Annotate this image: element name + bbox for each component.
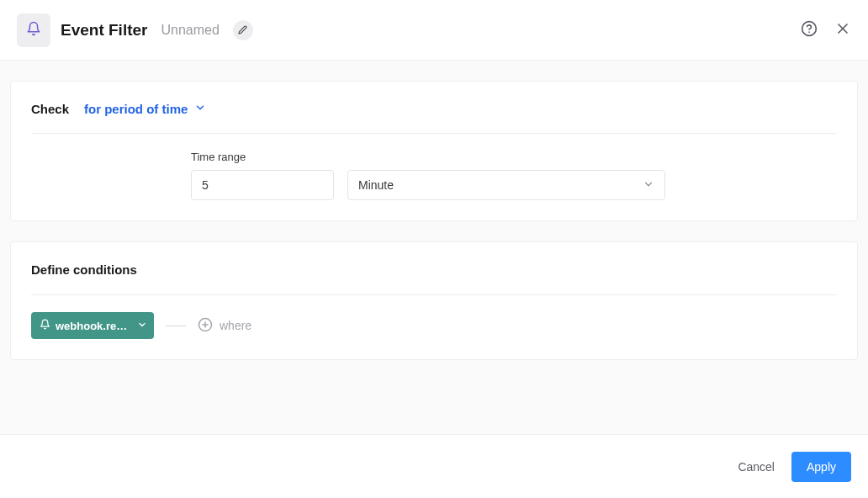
condition-tag[interactable]: webhook.resp... [31, 312, 154, 339]
add-where-button[interactable]: where [198, 317, 251, 335]
close-button[interactable] [834, 20, 851, 40]
apply-button[interactable]: Apply [791, 452, 851, 482]
help-button[interactable] [801, 20, 818, 40]
body: Check for period of time Time range Minu… [0, 61, 868, 434]
chevron-down-icon [194, 102, 206, 116]
where-label: where [220, 319, 251, 332]
header-actions [801, 20, 851, 40]
conditions-title: Define conditions [31, 262, 137, 277]
divider [31, 133, 837, 134]
conditions-row: webhook.resp... where [31, 312, 837, 339]
pencil-icon [238, 23, 247, 38]
chevron-down-icon [137, 320, 147, 332]
bell-icon [26, 21, 41, 40]
chevron-down-icon [643, 178, 654, 193]
time-inputs: Minute [191, 170, 837, 200]
check-mode-label: for period of time [84, 102, 188, 116]
plus-circle-icon [198, 317, 213, 335]
event-filter-icon-box [17, 13, 50, 47]
page-subtitle: Unnamed [161, 23, 219, 38]
conditions-card: Define conditions webhook.resp... [10, 241, 858, 360]
time-unit-select[interactable]: Minute [347, 170, 665, 200]
connector-line [166, 326, 186, 326]
bell-icon [40, 319, 50, 332]
condition-tag-label: webhook.resp... [56, 320, 132, 332]
page-title: Event Filter [61, 21, 147, 40]
check-card: Check for period of time Time range Minu… [10, 81, 858, 221]
header-left: Event Filter Unnamed [17, 13, 801, 47]
time-range-row: Time range Minute [191, 151, 837, 200]
check-label: Check [31, 102, 69, 116]
time-range-label: Time range [191, 151, 837, 163]
cancel-button[interactable]: Cancel [738, 460, 775, 474]
header: Event Filter Unnamed [0, 0, 868, 61]
edit-title-button[interactable] [233, 20, 253, 40]
close-icon [834, 20, 851, 40]
time-value-input[interactable] [191, 170, 334, 200]
check-row: Check for period of time [31, 102, 837, 116]
help-icon [801, 20, 818, 40]
divider [31, 294, 837, 295]
time-unit-label: Minute [358, 178, 394, 192]
check-mode-select[interactable]: for period of time [84, 102, 206, 116]
footer: Cancel Apply [0, 434, 868, 498]
